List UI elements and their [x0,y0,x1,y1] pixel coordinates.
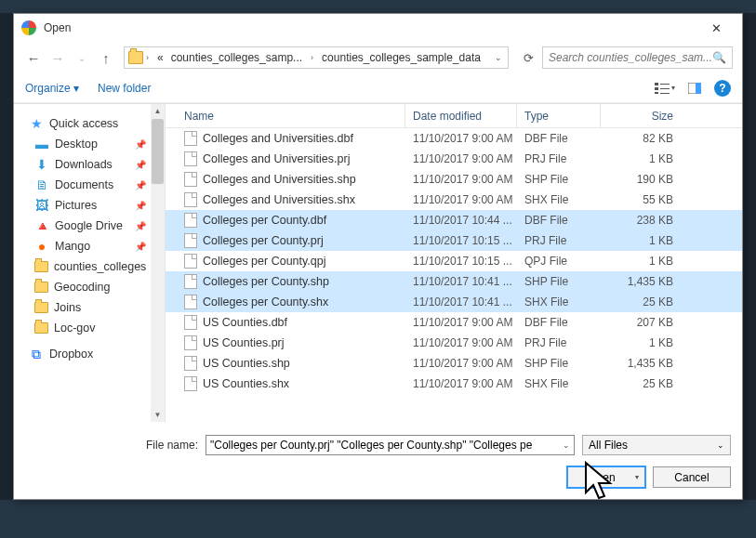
recent-dropdown[interactable]: ⌄ [72,47,92,68]
file-name: Colleges and Universities.shx [203,193,355,206]
preview-pane-button[interactable] [684,79,705,98]
documents-icon: 🗎 [34,177,49,192]
file-row[interactable]: US Counties.shx11/10/2017 9:00 AMSHX Fil… [166,374,742,394]
file-date: 11/10/2017 10:41 ... [405,295,517,308]
sidebar-mango[interactable]: ●Mango📌 [14,236,165,256]
breadcrumb-1[interactable]: counties_colleges_samp... [166,47,308,68]
file-row[interactable]: Colleges per County.shp11/10/2017 10:41 … [166,271,742,292]
scroll-up-icon[interactable]: ▲ [151,104,165,118]
file-size: 1 KB [601,152,683,165]
scroll-down-icon[interactable]: ▼ [151,408,165,422]
file-name: US Counties.prj [203,336,285,349]
chevron-icon[interactable]: › [143,53,152,62]
sidebar-joins[interactable]: Joins [14,297,165,318]
sidebar-pictures[interactable]: 🖼Pictures📌 [14,195,165,216]
chevron-icon[interactable]: › [308,53,316,62]
chevron-down-icon: ⌄ [717,440,724,450]
breadcrumb-ellipsis[interactable]: « [152,47,166,68]
chevron-down-icon[interactable]: ⌄ [563,440,570,450]
file-date: 11/10/2017 9:00 AM [405,377,517,390]
search-input[interactable] [549,51,712,64]
file-date: 11/10/2017 9:00 AM [405,336,517,349]
sidebar-downloads[interactable]: ⬇Downloads📌 [14,154,165,175]
file-icon [184,356,197,371]
breadcrumb-2[interactable]: counties_colleges_sample_data [316,47,486,68]
help-button[interactable]: ? [714,80,731,97]
close-button[interactable]: ✕ [697,17,735,39]
file-type: SHP File [517,275,601,288]
view-options-button[interactable]: ▾ [655,79,675,98]
organize-menu[interactable]: Organize ▾ [25,82,79,95]
sidebar-geocoding[interactable]: Geocoding [14,277,165,297]
back-button[interactable]: ← [23,47,44,68]
file-icon [184,233,197,248]
file-type-filter[interactable]: All Files ⌄ [582,435,731,455]
file-row[interactable]: US Counties.prj11/10/2017 9:00 AMPRJ Fil… [166,333,742,353]
dialog-title: Open [44,21,697,34]
file-name: Colleges per County.prj [203,234,324,247]
button-label: Open [588,471,615,484]
mango-icon: ● [34,239,49,254]
refresh-button[interactable]: ⟳ [518,46,538,69]
sidebar-google-drive[interactable]: 🔺Google Drive📌 [14,216,165,236]
search-box[interactable]: 🔍 [542,46,733,69]
file-row[interactable]: Colleges and Universities.shx11/10/2017 … [166,190,742,210]
up-button[interactable]: ↑ [96,47,116,68]
file-row[interactable]: Colleges and Universities.prj11/10/2017 … [166,149,742,169]
filename-input[interactable]: "Colleges per County.prj" "Colleges per … [206,435,575,455]
file-type: SHX File [517,295,601,308]
sidebar-scrollbar[interactable]: ▲ ▼ [151,104,165,422]
toolbar: Organize ▾ New folder ▾ ? [14,73,742,103]
cancel-button[interactable]: Cancel [653,466,731,488]
open-button[interactable]: Open▾ [567,466,645,488]
svg-rect-1 [655,87,658,90]
file-row[interactable]: Colleges per County.prj11/10/2017 10:15 … [166,230,742,251]
file-name: Colleges and Universities.prj [203,152,350,165]
sidebar-label: Downloads [55,158,113,171]
file-row[interactable]: Colleges per County.dbf11/10/2017 10:44 … [166,210,742,230]
col-name[interactable]: Name [166,104,405,127]
sidebar-label: Documents [55,178,113,191]
file-date: 11/10/2017 9:00 AM [405,173,517,186]
desktop-icon: ▬ [34,137,49,151]
col-date[interactable]: Date modified [405,104,517,127]
file-row[interactable]: US Counties.shp11/10/2017 9:00 AMSHP Fil… [166,353,742,374]
sidebar-desktop[interactable]: ▬Desktop📌 [14,134,165,154]
file-icon [184,274,197,289]
pin-icon: 📌 [135,221,146,231]
file-date: 11/10/2017 9:00 AM [405,132,517,145]
new-folder-button[interactable]: New folder [98,82,151,95]
col-size[interactable]: Size [601,104,683,127]
svg-rect-0 [655,83,658,85]
scroll-thumb[interactable] [152,119,164,184]
pin-icon: 📌 [135,180,146,190]
col-type[interactable]: Type [517,104,601,127]
file-row[interactable]: US Counties.dbf11/10/2017 9:00 AMDBF Fil… [166,312,742,333]
sidebar-loc-gov[interactable]: Loc-gov [14,318,165,338]
file-icon [184,315,197,330]
file-size: 55 KB [601,193,683,206]
forward-button[interactable]: → [47,47,68,68]
folder-icon [34,261,48,272]
file-row[interactable]: Colleges and Universities.dbf11/10/2017 … [166,128,742,149]
file-row[interactable]: Colleges per County.shx11/10/2017 10:41 … [166,292,742,312]
sidebar-quick-access[interactable]: ★Quick access [14,113,165,134]
address-bar[interactable]: › « counties_colleges_samp... › counties… [124,46,509,69]
chevron-down-icon[interactable]: ⌄ [492,53,508,62]
file-type: DBF File [517,132,601,145]
file-row[interactable]: Colleges per County.qpj11/10/2017 10:15 … [166,251,742,271]
sidebar-dropbox[interactable]: ⧉Dropbox [14,344,165,364]
sidebar-documents[interactable]: 🗎Documents📌 [14,175,165,195]
sidebar: ★Quick access ▬Desktop📌 ⬇Downloads📌 🗎Doc… [14,104,165,422]
svg-rect-7 [696,83,701,94]
file-icon [184,213,197,228]
file-date: 11/10/2017 9:00 AM [405,357,517,370]
file-icon [184,131,197,146]
file-row[interactable]: Colleges and Universities.shp11/10/2017 … [166,169,742,190]
pin-icon: 📌 [135,160,146,170]
file-name: US Counties.shx [203,377,289,390]
sidebar-counties-colleges[interactable]: counties_colleges [14,256,165,277]
pictures-icon: 🖼 [34,198,49,213]
file-type: DBF File [517,214,601,227]
sidebar-label: counties_colleges [54,260,146,273]
